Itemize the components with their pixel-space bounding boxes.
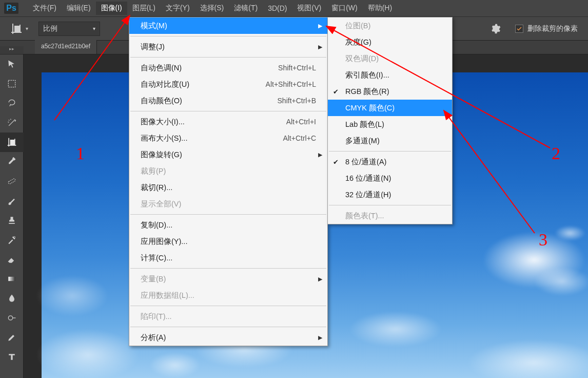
submenu-item-label: 灰度(G) <box>345 37 371 47</box>
submenu-item-label: 索引颜色(I)... <box>345 70 389 80</box>
menu-item-label: 裁剪(P) <box>141 166 316 176</box>
check-icon: ✔ <box>333 88 339 96</box>
tool-brush[interactable] <box>0 191 24 211</box>
menu-window[interactable]: 窗口(W) <box>326 2 363 15</box>
tool-heal[interactable] <box>0 172 24 191</box>
menu-item-shortcut: Shift+Ctrl+L <box>278 64 316 72</box>
menu-item-shortcut: Alt+Ctrl+C <box>283 134 316 142</box>
menu-item-label: 计算(C)... <box>141 253 316 263</box>
menu-item[interactable]: 计算(C)... <box>129 250 327 266</box>
cloud-graphic <box>36 275 108 316</box>
submenu-item[interactable]: 16 位/通道(N) <box>328 170 452 186</box>
chevron-down-icon[interactable]: ▾ <box>26 26 28 31</box>
submenu-item: 位图(B) <box>328 17 452 34</box>
menu-item-label: 自动色调(N) <box>141 63 278 73</box>
tool-blur[interactable] <box>0 289 24 308</box>
tool-move[interactable] <box>0 54 24 74</box>
svg-point-4 <box>8 316 12 320</box>
chevron-down-icon: ▾ <box>93 26 95 31</box>
mode-submenu: 位图(B)灰度(G)双色调(D)索引颜色(I)...✔RGB 颜色(R)CMYK… <box>327 17 453 224</box>
submenu-arrow-icon: ▶ <box>318 276 322 282</box>
submenu-arrow-icon: ▶ <box>318 334 322 341</box>
menu-help[interactable]: 帮助(H) <box>363 2 397 15</box>
menu-item[interactable]: 模式(M)▶ <box>129 17 327 34</box>
tool-gradient[interactable] <box>0 269 24 289</box>
menu-item[interactable]: 应用图像(Y)... <box>129 233 327 250</box>
cloud-graphic <box>534 268 588 296</box>
menu-edit[interactable]: 编辑(E) <box>62 2 96 15</box>
tool-dodge[interactable] <box>0 308 24 328</box>
collapse-toolbar-icon[interactable]: ▸▸ <box>0 46 24 53</box>
submenu-arrow-icon: ▶ <box>318 23 322 29</box>
crop-tool-icon[interactable] <box>10 23 23 35</box>
tool-lasso[interactable] <box>0 93 24 113</box>
menu-item-label: 陷印(T)... <box>141 312 316 322</box>
menu-type[interactable]: 文字(Y) <box>161 2 195 15</box>
submenu-item[interactable]: Lab 颜色(L) <box>328 116 452 133</box>
menu-view[interactable]: 视图(V) <box>292 2 326 15</box>
menu-item: 陷印(T)... <box>129 308 327 325</box>
tool-pen[interactable] <box>0 328 24 347</box>
menu-separator <box>130 36 326 36</box>
tool-wand[interactable] <box>0 113 24 133</box>
submenu-item[interactable]: 灰度(G) <box>328 34 452 50</box>
submenu-item[interactable]: 多通道(M) <box>328 133 452 149</box>
submenu-item[interactable]: 32 位/通道(H) <box>328 186 452 203</box>
svg-rect-3 <box>8 277 15 281</box>
menu-item[interactable]: 分析(A)▶ <box>129 329 327 346</box>
submenu-item[interactable]: ✔8 位/通道(A) <box>328 154 452 170</box>
gear-icon[interactable] <box>489 23 501 34</box>
cloud-graphic <box>36 329 139 378</box>
delete-cropped-label: 删除裁剪的像素 <box>527 24 578 33</box>
menu-item[interactable]: 图像旋转(G)▶ <box>129 146 327 163</box>
menu-item[interactable]: 裁切(R)... <box>129 179 327 196</box>
submenu-item-label: 颜色表(T)... <box>345 211 384 221</box>
menu-separator <box>130 57 326 58</box>
menu-file[interactable]: 文件(F) <box>28 2 62 15</box>
submenu-item[interactable]: 索引颜色(I)... <box>328 67 452 83</box>
menu-item-label: 图像大小(I)... <box>141 117 286 127</box>
menu-3d[interactable]: 3D(D) <box>263 2 292 14</box>
ratio-label: 比例 <box>43 24 57 33</box>
menu-item-label: 应用图像(Y)... <box>141 237 316 247</box>
svg-rect-1 <box>8 178 15 184</box>
app-logo: Ps <box>4 3 18 14</box>
menu-filter[interactable]: 滤镜(T) <box>229 2 263 15</box>
submenu-item-label: RGB 颜色(R) <box>345 87 389 97</box>
menu-layer[interactable]: 图层(L) <box>127 2 161 15</box>
submenu-item[interactable]: ✔RGB 颜色(R) <box>328 83 452 100</box>
tool-crop[interactable] <box>0 133 24 152</box>
menu-item[interactable]: 复制(D)... <box>129 217 327 233</box>
menu-item-label: 显示全部(V) <box>141 199 316 209</box>
menu-item[interactable]: 画布大小(S)...Alt+Ctrl+C <box>129 130 327 146</box>
ratio-select[interactable]: 比例 ▾ <box>38 22 100 36</box>
menu-select[interactable]: 选择(S) <box>195 2 229 15</box>
menu-item: 变量(B)▶ <box>129 271 327 287</box>
document-tab[interactable]: a5c27d1ed21b0ef <box>35 40 97 54</box>
submenu-item[interactable]: CMYK 颜色(C) <box>328 100 452 116</box>
submenu-item: 双色调(D) <box>328 50 452 67</box>
tool-stamp[interactable] <box>0 211 24 230</box>
cloud-graphic <box>467 339 588 378</box>
delete-cropped-checkbox[interactable] <box>515 25 523 33</box>
tool-eyedropper[interactable] <box>0 152 24 172</box>
menu-item[interactable]: 调整(J)▶ <box>129 39 327 55</box>
menu-item-label: 变量(B) <box>141 274 316 284</box>
annotation-number-3: 3 <box>539 230 547 250</box>
menu-item[interactable]: 图像大小(I)...Alt+Ctrl+I <box>129 114 327 130</box>
submenu-item-label: 8 位/通道(A) <box>345 157 386 167</box>
menu-item[interactable]: 自动色调(N)Shift+Ctrl+L <box>129 60 327 76</box>
menu-image[interactable]: 图像(I) <box>96 2 127 15</box>
menu-item[interactable]: 自动对比度(U)Alt+Shift+Ctrl+L <box>129 76 327 92</box>
submenu-item-label: 位图(B) <box>345 21 370 31</box>
tool-type[interactable] <box>0 347 24 367</box>
cloud-graphic <box>349 311 442 347</box>
menu-item[interactable]: 自动颜色(O)Shift+Ctrl+B <box>129 92 327 109</box>
submenu-item: 颜色表(T)... <box>328 207 452 224</box>
menu-item-label: 模式(M) <box>141 21 316 31</box>
cloud-graphic <box>555 225 585 241</box>
tool-history-brush[interactable] <box>0 230 24 250</box>
menu-item: 应用数据组(L)... <box>129 287 327 304</box>
tool-eraser[interactable] <box>0 250 24 269</box>
tool-marquee[interactable] <box>0 74 24 93</box>
